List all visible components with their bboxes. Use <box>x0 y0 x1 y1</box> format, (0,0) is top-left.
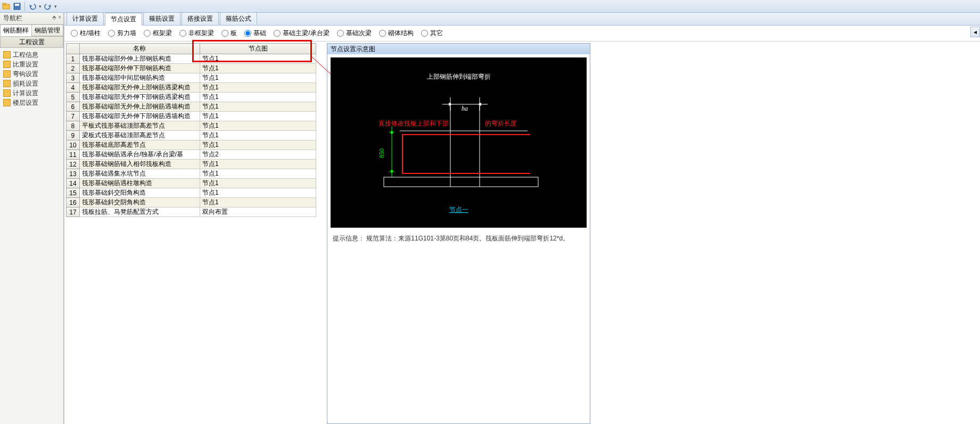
cell-name[interactable]: 筏形基础端部无外伸上部钢筋遇墙构造 <box>79 102 200 112</box>
radio-8[interactable]: 砌体结构 <box>379 29 414 38</box>
cell-node[interactable]: 节点1 <box>200 83 316 93</box>
doc-tab-0[interactable]: 计算设置 <box>67 12 104 25</box>
cell-node[interactable]: 节点1 <box>200 93 316 102</box>
cell-name[interactable]: 梁板式筏形基础顶部高差节点 <box>79 131 200 140</box>
cell-name[interactable]: 筏形基础遇集水坑节点 <box>79 169 200 179</box>
table-row[interactable]: 4筏形基础端部无外伸上部钢筋遇梁构造节点1 <box>67 83 316 93</box>
cell-node[interactable]: 节点1 <box>200 73 316 83</box>
cell-node[interactable]: 节点2 <box>200 150 316 160</box>
table-row[interactable]: 2筏形基础端部外伸下部钢筋构造节点1 <box>67 64 316 73</box>
radio-5[interactable]: 基础 <box>244 29 266 38</box>
tree-item-5[interactable]: 楼层设置 <box>0 98 63 107</box>
cell-node[interactable]: 节点1 <box>200 160 316 169</box>
folder-icon[interactable] <box>2 2 11 11</box>
pin-icon[interactable]: ⬘ × <box>52 14 61 20</box>
doc-tab-3[interactable]: 搭接设置 <box>182 12 219 25</box>
cell-node[interactable]: 节点1 <box>200 140 316 150</box>
cell-name[interactable]: 筏形基础钢筋遇承台/独基/承台梁/基 <box>79 150 200 160</box>
left-tab-0[interactable]: 钢筋翻样 <box>0 24 31 36</box>
table-row[interactable]: 12筏形基础钢筋锚入相邻筏板构造节点1 <box>67 160 316 169</box>
cell-name[interactable]: 筏形基础钢筋遇柱墩构造 <box>79 179 200 188</box>
row-number: 15 <box>67 188 80 198</box>
radio-3[interactable]: 非框架梁 <box>179 29 214 38</box>
cell-node[interactable]: 节点1 <box>200 198 316 207</box>
cell-node[interactable]: 节点1 <box>200 188 316 198</box>
cell-name[interactable]: 筏板拉筋、马凳筋配置方式 <box>79 207 200 217</box>
row-number: 11 <box>67 150 80 160</box>
node-grid: 名称 节点图 1筏形基础端部外伸上部钢筋构造节点12筏形基础端部外伸下部钢筋构造… <box>66 43 316 424</box>
cell-node[interactable]: 节点1 <box>200 121 316 131</box>
cell-node[interactable]: 节点1 <box>200 179 316 188</box>
radio-2[interactable]: 框架梁 <box>144 29 172 38</box>
tab-overflow-button[interactable]: ◂ <box>970 27 980 37</box>
tree-item-3[interactable]: 损耗设置 <box>0 79 63 88</box>
tip-text: 规范算法：来源11G101-3第80页和84页。筏板面筋伸到端部弯折12*d。 <box>366 235 569 242</box>
table-row[interactable]: 13筏形基础遇集水坑节点节点1 <box>67 169 316 179</box>
grid-header-name[interactable]: 名称 <box>79 44 200 54</box>
table-row[interactable]: 10筏形基础底部高差节点节点1 <box>67 140 316 150</box>
undo-icon[interactable] <box>28 2 37 11</box>
left-sidebar: 导航栏 ⬘ × 钢筋翻样钢筋管理 工程设置 工程信息比重设置弯钩设置损耗设置计算… <box>0 13 64 424</box>
document-tabs: 计算设置节点设置箍筋设置搭接设置箍筋公式 <box>64 13 980 26</box>
tree-item-1[interactable]: 比重设置 <box>0 60 63 69</box>
cell-node[interactable]: 节点1 <box>200 64 316 73</box>
cell-name[interactable]: 筏形基础端部无外伸下部钢筋遇梁构造 <box>79 93 200 102</box>
table-row[interactable]: 9梁板式筏形基础顶部高差节点节点1 <box>67 131 316 140</box>
section-header: 工程设置 <box>0 36 63 48</box>
table-row[interactable]: 16筏形基础斜交阴角构造节点1 <box>67 198 316 207</box>
cell-name[interactable]: 筏形基础钢筋锚入相邻筏板构造 <box>79 160 200 169</box>
radio-0[interactable]: 柱/墙柱 <box>71 29 101 38</box>
cell-name[interactable]: 筏形基础端部外伸上部钢筋构造 <box>79 54 200 64</box>
radio-4[interactable]: 板 <box>221 29 237 38</box>
cell-node[interactable]: 节点1 <box>200 112 316 121</box>
detail-canvas: 上部钢筋伸到端部弯折 ha 直接修改筏板上部和下部 的弯折长度 <box>331 57 587 228</box>
cell-name[interactable]: 筏形基础端部无外伸下部钢筋遇墙构造 <box>79 112 200 121</box>
left-tab-1[interactable]: 钢筋管理 <box>31 24 63 36</box>
doc-tab-4[interactable]: 箍筋公式 <box>220 12 257 25</box>
radio-6[interactable]: 基础主梁/承台梁 <box>274 29 329 38</box>
cell-name[interactable]: 筏形基础端部无外伸上部钢筋遇梁构造 <box>79 83 200 93</box>
tree-item-0[interactable]: 工程信息 <box>0 50 63 60</box>
row-number: 10 <box>67 140 80 150</box>
detail-title: 节点设置示意图 <box>327 44 590 54</box>
grid-header-rownum <box>67 44 80 54</box>
table-row[interactable]: 1筏形基础端部外伸上部钢筋构造节点1 <box>67 54 316 64</box>
row-number: 7 <box>67 112 80 121</box>
cell-name[interactable]: 筏形基础斜交阴角构造 <box>79 198 200 207</box>
tree-icon <box>3 51 11 59</box>
tree-item-4[interactable]: 计算设置 <box>0 88 63 98</box>
save-icon[interactable] <box>13 2 21 11</box>
svg-text:直接修改筏板上部和下部: 直接修改筏板上部和下部 <box>378 120 449 127</box>
table-row[interactable]: 17筏板拉筋、马凳筋配置方式双向布置 <box>67 207 316 217</box>
cell-name[interactable]: 筏形基础端部外伸下部钢筋构造 <box>79 64 200 73</box>
row-number: 17 <box>67 207 80 217</box>
cell-node[interactable]: 节点1 <box>200 169 316 179</box>
doc-tab-1[interactable]: 节点设置 <box>105 13 142 26</box>
radio-7[interactable]: 基础次梁 <box>337 29 372 38</box>
cell-node[interactable]: 节点1 <box>200 102 316 112</box>
row-number: 5 <box>67 93 80 102</box>
cell-name[interactable]: 筏形基础端部中间层钢筋构造 <box>79 73 200 83</box>
cell-node[interactable]: 节点1 <box>200 54 316 64</box>
cell-name[interactable]: 平板式筏形基础顶部高差节点 <box>79 121 200 131</box>
table-row[interactable]: 15筏形基础斜交阳角构造节点1 <box>67 188 316 198</box>
redo-icon[interactable] <box>44 2 52 11</box>
table-row[interactable]: 6筏形基础端部无外伸上部钢筋遇墙构造节点1 <box>67 102 316 112</box>
doc-tab-2[interactable]: 箍筋设置 <box>143 12 180 25</box>
grid-header-node[interactable]: 节点图 <box>200 44 316 54</box>
table-row[interactable]: 7筏形基础端部无外伸下部钢筋遇墙构造节点1 <box>67 112 316 121</box>
table-row[interactable]: 8平板式筏形基础顶部高差节点节点1 <box>67 121 316 131</box>
table-row[interactable]: 11筏形基础钢筋遇承台/独基/承台梁/基节点2 <box>67 150 316 160</box>
table-row[interactable]: 3筏形基础端部中间层钢筋构造节点1 <box>67 73 316 83</box>
cell-name[interactable]: 筏形基础底部高差节点 <box>79 140 200 150</box>
radio-1[interactable]: 剪力墙 <box>108 29 136 38</box>
cell-node[interactable]: 双向布置 <box>200 207 316 217</box>
cell-name[interactable]: 筏形基础斜交阳角构造 <box>79 188 200 198</box>
tree-item-2[interactable]: 弯钩设置 <box>0 69 63 79</box>
table-row[interactable]: 14筏形基础钢筋遇柱墩构造节点1 <box>67 179 316 188</box>
radio-9[interactable]: 其它 <box>421 29 443 38</box>
row-number: 12 <box>67 160 80 169</box>
cell-node[interactable]: 节点1 <box>200 131 316 140</box>
svg-text:节点一: 节点一 <box>449 206 468 213</box>
table-row[interactable]: 5筏形基础端部无外伸下部钢筋遇梁构造节点1 <box>67 93 316 102</box>
